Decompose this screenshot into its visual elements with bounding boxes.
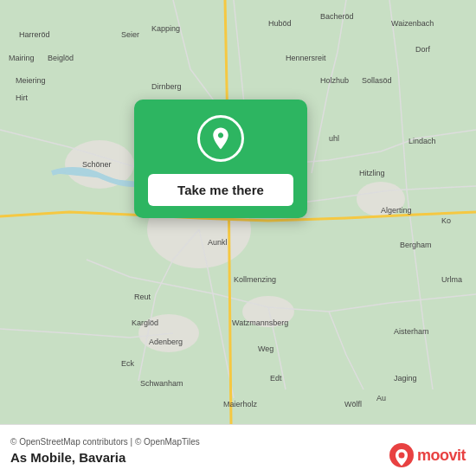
svg-point-5 xyxy=(357,182,405,216)
map-container: HarrerödSeierKappingHubödBacherödWaizenb… xyxy=(0,0,476,424)
moovit-logo: moovit xyxy=(389,443,466,467)
svg-point-7 xyxy=(398,453,404,459)
location-pin-icon xyxy=(197,115,244,162)
moovit-brand-text: moovit xyxy=(417,447,466,465)
navigation-popup: Take me there xyxy=(134,100,307,218)
take-me-there-button[interactable]: Take me there xyxy=(148,174,293,206)
bottom-bar: © OpenStreetMap contributors | © OpenMap… xyxy=(0,424,476,476)
svg-point-4 xyxy=(242,296,294,327)
